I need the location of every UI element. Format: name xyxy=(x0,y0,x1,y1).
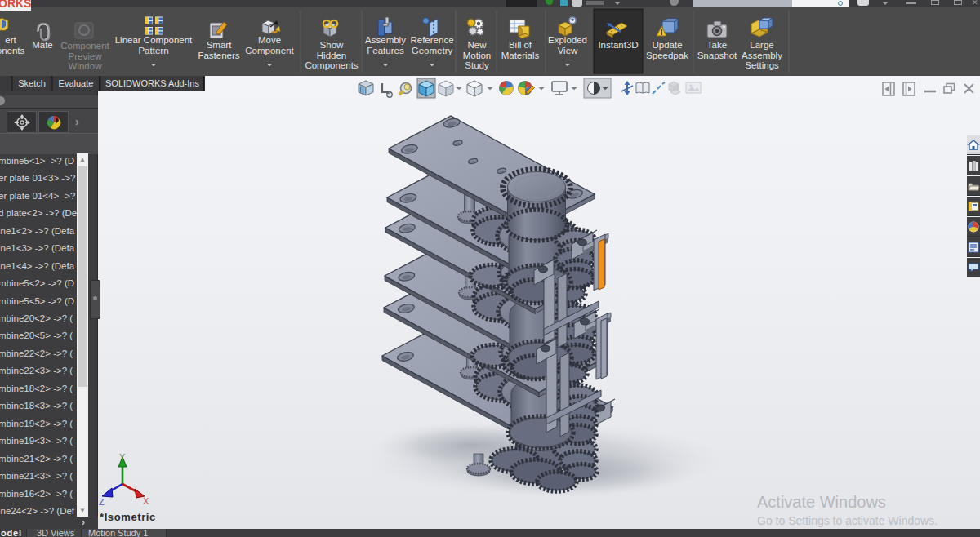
svg-text:Z: Z xyxy=(99,497,105,507)
svg-text:Y: Y xyxy=(119,452,126,462)
svg-text:X: X xyxy=(143,496,149,506)
